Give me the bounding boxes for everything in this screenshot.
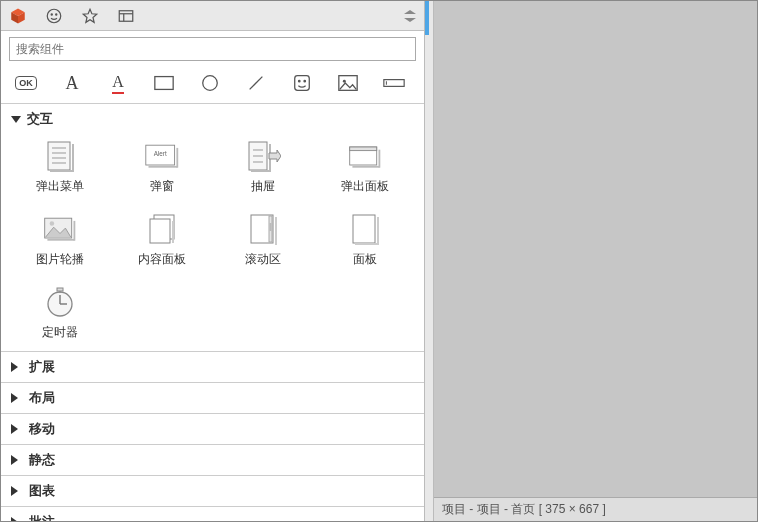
component-carousel[interactable]: 图片轮播 xyxy=(9,213,111,268)
app-window: OK A A 交互 弹出菜单 xyxy=(0,0,758,522)
panel-icon xyxy=(347,213,383,245)
svg-rect-6 xyxy=(155,77,173,90)
chevron-right-icon xyxy=(11,486,23,496)
component-popup-menu[interactable]: 弹出菜单 xyxy=(9,140,111,195)
star-icon[interactable] xyxy=(79,5,101,27)
svg-rect-41 xyxy=(150,219,170,243)
svg-rect-37 xyxy=(73,221,75,241)
quick-button[interactable]: OK xyxy=(13,73,39,93)
cube-icon[interactable] xyxy=(7,5,29,27)
section-header-chart[interactable]: 图表 xyxy=(1,476,424,506)
svg-point-1 xyxy=(51,13,52,14)
svg-rect-28 xyxy=(251,170,269,172)
svg-point-13 xyxy=(343,80,346,83)
svg-rect-17 xyxy=(72,144,74,172)
section-header-annotate[interactable]: 批注 xyxy=(1,507,424,521)
search-wrap xyxy=(1,31,424,65)
svg-point-0 xyxy=(47,9,61,23)
chevron-right-icon xyxy=(11,517,23,521)
component-label: 弹出菜单 xyxy=(36,178,84,195)
component-timer[interactable]: 定时器 xyxy=(9,286,111,341)
component-panel[interactable]: 面板 xyxy=(314,213,416,268)
section-header-static[interactable]: 静态 xyxy=(1,445,424,475)
svg-rect-53 xyxy=(57,288,63,291)
component-label: 滚动区 xyxy=(245,251,281,268)
timer-icon xyxy=(42,286,78,318)
component-scroll-area[interactable]: 滚动区 xyxy=(213,213,315,268)
left-panel: OK A A 交互 弹出菜单 xyxy=(1,1,425,521)
quick-input[interactable] xyxy=(381,73,407,93)
component-label: 定时器 xyxy=(42,324,78,341)
section-header-layout[interactable]: 布局 xyxy=(1,383,424,413)
smiley-icon[interactable] xyxy=(43,5,65,27)
vertical-divider[interactable] xyxy=(425,1,434,521)
svg-point-10 xyxy=(299,80,300,81)
chevron-right-icon xyxy=(11,393,23,403)
sections-scroll[interactable]: 交互 弹出菜单 Alert 弹窗 xyxy=(1,103,424,521)
quick-smiley[interactable] xyxy=(289,73,315,93)
component-label: 内容面板 xyxy=(138,251,186,268)
section-header-extend[interactable]: 扩展 xyxy=(1,352,424,382)
svg-rect-18 xyxy=(50,170,72,172)
canvas-body[interactable] xyxy=(434,1,757,497)
section-chart: 图表 xyxy=(1,475,424,506)
svg-rect-16 xyxy=(48,142,70,170)
quick-line[interactable] xyxy=(243,73,269,93)
status-text: 项目 - 项目 - 首页 [ 375 × 667 ] xyxy=(442,501,606,518)
dialog-icon: Alert xyxy=(144,140,180,172)
canvas-area: 项目 - 项目 - 首页 [ 375 × 667 ] xyxy=(434,1,757,521)
collapse-toggle-icon[interactable] xyxy=(402,8,418,24)
section-title: 图表 xyxy=(29,482,55,500)
quick-text-underline-label: A xyxy=(112,73,124,94)
component-popup-panel[interactable]: 弹出面板 xyxy=(314,140,416,195)
svg-rect-24 xyxy=(176,148,178,168)
svg-rect-49 xyxy=(355,243,377,245)
carousel-icon xyxy=(42,213,78,245)
svg-point-7 xyxy=(203,76,218,91)
section-annotate: 批注 xyxy=(1,506,424,521)
topbar xyxy=(1,1,424,31)
quick-text[interactable]: A xyxy=(59,73,85,93)
quick-circle[interactable] xyxy=(197,73,223,93)
svg-rect-33 xyxy=(379,150,381,168)
svg-line-8 xyxy=(250,77,263,90)
section-title: 布局 xyxy=(29,389,55,407)
component-dialog[interactable]: Alert 弹窗 xyxy=(111,140,213,195)
section-title: 批注 xyxy=(29,513,55,521)
section-title: 移动 xyxy=(29,420,55,438)
section-extend: 扩展 xyxy=(1,351,424,382)
svg-point-11 xyxy=(304,80,305,81)
svg-rect-47 xyxy=(353,215,375,243)
section-header-interaction[interactable]: 交互 xyxy=(1,104,424,134)
svg-point-2 xyxy=(56,13,57,14)
svg-point-39 xyxy=(50,221,55,226)
svg-rect-3 xyxy=(119,10,133,21)
drawer-icon xyxy=(245,140,281,172)
section-header-mobile[interactable]: 移动 xyxy=(1,414,424,444)
section-layout: 布局 xyxy=(1,382,424,413)
ok-label: OK xyxy=(15,76,37,90)
search-input[interactable] xyxy=(9,37,416,61)
scroll-area-icon xyxy=(245,213,281,245)
svg-rect-45 xyxy=(270,223,272,231)
svg-rect-35 xyxy=(350,147,377,151)
section-body-interaction: 弹出菜单 Alert 弹窗 抽屉 xyxy=(1,134,424,351)
section-interaction: 交互 弹出菜单 Alert 弹窗 xyxy=(1,103,424,351)
template-icon[interactable] xyxy=(115,5,137,27)
section-title: 交互 xyxy=(27,110,53,128)
chevron-right-icon xyxy=(11,424,23,434)
svg-rect-46 xyxy=(275,217,277,245)
component-content-panel[interactable]: 内容面板 xyxy=(111,213,213,268)
chevron-down-icon xyxy=(11,116,21,123)
component-label: 图片轮播 xyxy=(36,251,84,268)
svg-rect-38 xyxy=(47,239,74,241)
chevron-right-icon xyxy=(11,362,23,372)
section-mobile: 移动 xyxy=(1,413,424,444)
quick-rect[interactable] xyxy=(151,73,177,93)
svg-rect-34 xyxy=(353,166,380,168)
component-drawer[interactable]: 抽屉 xyxy=(213,140,315,195)
quick-image[interactable] xyxy=(335,73,361,93)
status-bar: 项目 - 项目 - 首页 [ 375 × 667 ] xyxy=(434,497,757,521)
content-panel-icon xyxy=(144,213,180,245)
quick-text-underline[interactable]: A xyxy=(105,73,131,93)
